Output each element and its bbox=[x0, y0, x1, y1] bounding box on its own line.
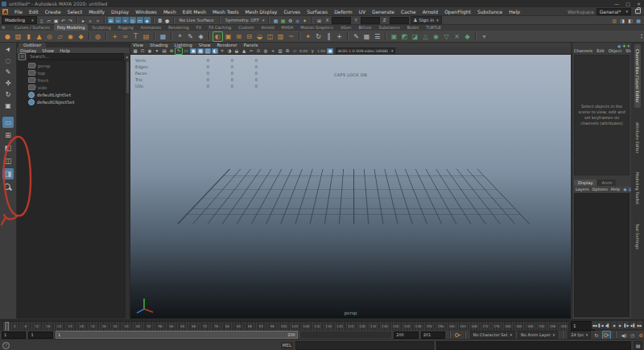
textured-icon[interactable]: ▩ bbox=[197, 48, 204, 54]
lock-selection-icon[interactable]: ◘ bbox=[157, 17, 163, 23]
channel-box-toggle-icon[interactable]: ▦ bbox=[635, 17, 642, 23]
viewport-menu-view[interactable]: View bbox=[133, 43, 143, 47]
wireframe-on-shaded-icon[interactable]: ◫ bbox=[204, 48, 211, 54]
menu-mesh-tools[interactable]: Mesh Tools bbox=[209, 9, 242, 14]
go-to-start-button[interactable]: ◀◀ bbox=[592, 321, 597, 329]
multi-cut-icon[interactable]: ▦ bbox=[159, 32, 167, 41]
anti-aliasing-icon[interactable]: ▲ bbox=[241, 48, 247, 54]
combine-icon[interactable]: ⊞ bbox=[234, 32, 243, 41]
snap-grid-icon[interactable]: ⊞ bbox=[108, 17, 114, 23]
channel-box-menu-channels[interactable]: Channels bbox=[574, 48, 592, 53]
menu-substance[interactable]: Substance bbox=[474, 9, 506, 14]
split-pane-layout-button[interactable]: ◫ bbox=[2, 155, 14, 167]
outliner-tab[interactable]: Outliner bbox=[19, 43, 46, 47]
shelf-scroll-arrows[interactable]: ▴▾ bbox=[641, 33, 644, 39]
step-back-frame-button[interactable]: ◀▌ bbox=[605, 321, 610, 329]
go-to-end-button[interactable]: ▶▶ bbox=[637, 321, 642, 329]
outliner-filter-icon[interactable]: ⊡ bbox=[19, 53, 26, 60]
menu-display[interactable]: Display bbox=[108, 9, 132, 14]
viewport-menu-panels[interactable]: Panels bbox=[244, 43, 258, 47]
step-forward-frame-button[interactable]: ▌▶ bbox=[624, 321, 630, 329]
channel-box-menu-edit[interactable]: Edit bbox=[597, 48, 605, 53]
ipr-render-icon[interactable]: ▦ bbox=[280, 17, 287, 23]
edit-edge-flow-icon[interactable]: ~ bbox=[287, 32, 295, 41]
z-coord-field[interactable] bbox=[390, 17, 409, 24]
select-component-icon[interactable]: ▿ bbox=[95, 17, 101, 23]
step-forward-key-button[interactable]: ▶▌ bbox=[630, 321, 636, 329]
sidebar-tab-channel-box-layer-editor[interactable]: Channel Box / Layer Editor bbox=[634, 44, 641, 108]
sidebar-tab-attribute-editor[interactable]: Attribute Editor bbox=[634, 117, 641, 158]
reduce-icon[interactable]: ▽ bbox=[442, 32, 451, 41]
shelf-tab-animation[interactable]: Animation bbox=[138, 24, 165, 31]
lock-camera-icon[interactable]: ⊡ bbox=[139, 48, 146, 54]
bridge-icon[interactable]: ◐ bbox=[213, 32, 222, 41]
extrude-icon[interactable]: + bbox=[110, 32, 119, 41]
shelf-tab-rigging[interactable]: Rigging bbox=[115, 24, 137, 31]
animation-preferences-icon[interactable]: ⚙ bbox=[638, 332, 644, 338]
xray-joints-icon[interactable]: + bbox=[270, 48, 276, 54]
curve-warp-icon[interactable]: ≈ bbox=[121, 32, 130, 41]
workspace-lock-icon[interactable] bbox=[635, 9, 641, 14]
menu-curves[interactable]: Curves bbox=[280, 9, 303, 14]
four-view-layout-button[interactable]: ⊞ bbox=[2, 130, 14, 141]
outliner-menu-display[interactable]: Display bbox=[20, 48, 36, 53]
type-tool-icon[interactable]: T bbox=[131, 32, 140, 41]
display-layer-list[interactable] bbox=[574, 193, 630, 317]
list-item[interactable]: defaultObjectSet bbox=[17, 98, 130, 105]
target-weld-icon[interactable]: ⌖ bbox=[175, 32, 184, 41]
undo-icon[interactable]: ↶ bbox=[60, 17, 67, 23]
shelf-overflow-icon[interactable]: ▾ bbox=[480, 32, 489, 41]
gamma-icon[interactable]: γ bbox=[309, 48, 316, 54]
append-polygon-icon[interactable]: ▣ bbox=[224, 32, 233, 41]
shelf-tab-fx-caching[interactable]: FX Caching bbox=[205, 24, 234, 31]
shelf-tab-motion-graphics[interactable]: Motion Graphics bbox=[297, 24, 336, 31]
channel-box-menu-object[interactable]: Object bbox=[609, 48, 621, 53]
select-object-icon[interactable]: ▹ bbox=[88, 17, 94, 23]
play-backwards-button[interactable]: ◀ bbox=[611, 321, 617, 329]
platonic-solid-icon[interactable]: ◆ bbox=[76, 32, 85, 41]
shelf-tab-substance[interactable]: Substance bbox=[376, 24, 403, 31]
zoom-magnifier-icon[interactable] bbox=[4, 183, 12, 191]
viewport-menu-renderer[interactable]: Renderer bbox=[217, 43, 237, 47]
spin-edge-icon[interactable]: ↻ bbox=[314, 32, 323, 41]
menu-windows[interactable]: Windows bbox=[132, 9, 160, 14]
use-default-material-icon[interactable]: ◐ bbox=[212, 48, 218, 54]
safe-action-icon[interactable]: ⊞ bbox=[284, 48, 291, 54]
viewport-menu-lighting[interactable]: Lighting bbox=[174, 43, 192, 47]
playback-end-field[interactable]: 200 bbox=[394, 331, 418, 339]
redo-icon[interactable]: ↷ bbox=[68, 17, 74, 23]
shelf-tab-custom[interactable]: Custom bbox=[235, 24, 257, 31]
menu-create[interactable]: Create bbox=[42, 9, 64, 14]
shelf-tab-bullet[interactable]: Bullet bbox=[404, 24, 422, 31]
new-scene-icon[interactable]: ▯ bbox=[39, 17, 45, 23]
viewport-canvas[interactable]: Verts:000Edges:000Faces:000Tris:000UVs:0… bbox=[130, 55, 571, 319]
shelf-tab-curves-surfaces[interactable]: Curves / Surfaces bbox=[11, 24, 53, 31]
fps-select[interactable]: 24 fps ▾ bbox=[568, 331, 591, 339]
boolean-union-icon[interactable]: ▣ bbox=[390, 32, 398, 41]
xray-icon[interactable]: ◍ bbox=[262, 48, 269, 54]
menu-surfaces[interactable]: Surfaces bbox=[303, 9, 331, 14]
range-slider-bar[interactable]: 1 200 bbox=[56, 331, 298, 339]
animation-end-field[interactable]: 201 bbox=[421, 331, 445, 339]
mirror-icon[interactable]: ◫ bbox=[266, 32, 275, 41]
polygon-sphere-icon[interactable]: ● bbox=[3, 32, 12, 41]
sidebar-tab-modeling-toolkit[interactable]: Modeling Toolkit bbox=[634, 167, 641, 209]
layer-tab-anim[interactable]: Anim bbox=[597, 179, 616, 186]
shelf-tab-xgen[interactable]: XGen bbox=[337, 24, 355, 31]
viewport-menu-show[interactable]: Show bbox=[199, 43, 211, 47]
shelf-gear-icon[interactable]: ⚙ bbox=[2, 25, 5, 30]
poke-icon[interactable]: + bbox=[335, 32, 344, 41]
outliner-toggle-icon[interactable]: ▥ bbox=[611, 17, 617, 23]
color-management-icon[interactable]: ▣ bbox=[327, 48, 333, 54]
quad-draw-icon[interactable]: ✎ bbox=[186, 32, 195, 41]
offset-edge-loop-icon[interactable]: ‖ bbox=[324, 32, 333, 41]
playback-start-field[interactable]: 1 bbox=[28, 331, 52, 339]
x-coord-field[interactable] bbox=[332, 17, 351, 24]
triangulate-icon[interactable]: ◆ bbox=[463, 32, 472, 41]
shelf-tab-bifrost[interactable]: Bifrost bbox=[355, 24, 374, 31]
pan-zoom-2d-icon[interactable]: ⊕ bbox=[168, 48, 175, 54]
menu-cache[interactable]: Cache bbox=[398, 9, 419, 14]
select-hierarchy-icon[interactable]: ▸ bbox=[80, 17, 87, 23]
motion-blur-icon[interactable]: ≈ bbox=[248, 48, 254, 54]
menu-modify[interactable]: Modify bbox=[85, 9, 108, 14]
